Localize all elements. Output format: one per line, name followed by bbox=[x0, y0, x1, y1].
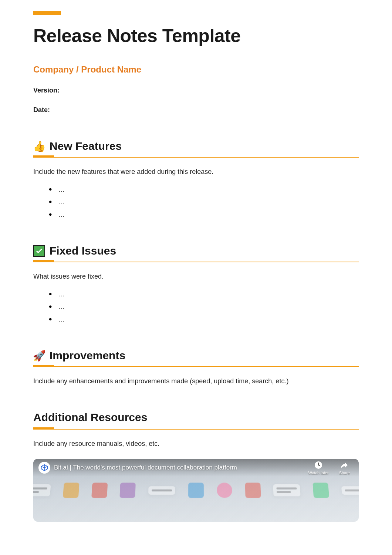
page-title: Release Notes Template bbox=[33, 25, 359, 47]
list-item: … bbox=[52, 199, 359, 206]
section-new-features: 👍 New Features Include the new features … bbox=[33, 140, 359, 219]
clock-icon bbox=[314, 460, 323, 470]
section-improvements: 🚀 Improvements Include any enhancements … bbox=[33, 349, 359, 385]
section-divider bbox=[33, 365, 359, 367]
share-label: Share bbox=[339, 471, 350, 475]
share-button[interactable]: Share bbox=[339, 460, 350, 475]
list-item: … bbox=[52, 211, 359, 219]
watch-later-label: Watch later bbox=[308, 471, 328, 475]
list-item: … bbox=[52, 316, 359, 323]
checkmark-icon bbox=[33, 245, 45, 257]
accent-bar bbox=[33, 11, 61, 15]
thumbs-up-icon: 👍 bbox=[33, 140, 45, 152]
section-description: Include any enhancements and improvement… bbox=[33, 377, 359, 385]
video-embed[interactable]: Bit.ai | The world's most powerful docum… bbox=[33, 459, 359, 522]
share-icon bbox=[339, 460, 349, 470]
date-field: Date: bbox=[33, 106, 359, 114]
section-title: Fixed Issues bbox=[50, 245, 116, 257]
version-field: Version: bbox=[33, 87, 359, 94]
video-topbar: Bit.ai | The world's most powerful docum… bbox=[33, 459, 359, 477]
section-description: Include any resource manuals, videos, et… bbox=[33, 440, 359, 448]
list-item: … bbox=[52, 186, 359, 194]
fixed-issues-list: … … … bbox=[33, 291, 359, 323]
company-subtitle: Company / Product Name bbox=[33, 64, 359, 75]
section-divider bbox=[33, 427, 359, 430]
list-item: … bbox=[52, 303, 359, 311]
section-description: Include the new features that were added… bbox=[33, 168, 359, 176]
section-title: New Features bbox=[50, 140, 122, 152]
rocket-icon: 🚀 bbox=[33, 350, 45, 361]
section-fixed-issues: Fixed Issues What issues were fixed. … …… bbox=[33, 245, 359, 323]
bitai-logo-icon bbox=[38, 462, 50, 474]
section-description: What issues were fixed. bbox=[33, 273, 359, 280]
section-divider bbox=[33, 155, 359, 158]
list-item: … bbox=[52, 291, 359, 298]
section-title: Additional Resources bbox=[33, 411, 359, 424]
section-resources: Additional Resources Include any resourc… bbox=[33, 411, 359, 522]
new-features-list: … … … bbox=[33, 186, 359, 219]
watch-later-button[interactable]: Watch later bbox=[308, 460, 328, 475]
section-divider bbox=[33, 260, 359, 262]
video-title: Bit.ai | The world's most powerful docum… bbox=[54, 464, 304, 471]
section-title: Improvements bbox=[50, 349, 125, 362]
